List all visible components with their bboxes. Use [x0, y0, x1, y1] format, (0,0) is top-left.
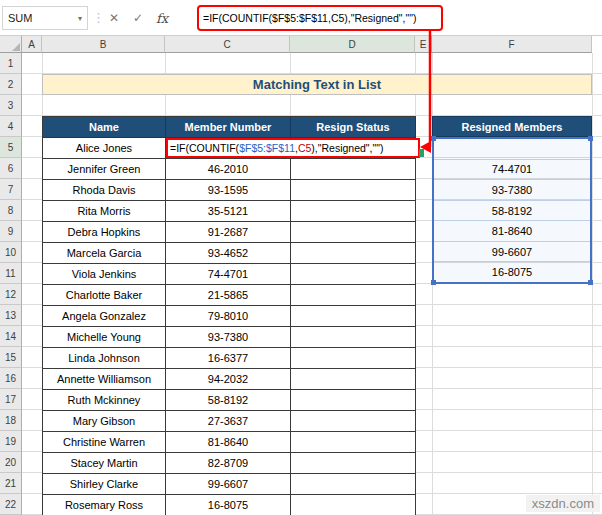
- row-header-10[interactable]: 10: [0, 242, 22, 263]
- cell-name[interactable]: Michelle Young: [43, 327, 166, 348]
- row-header-3[interactable]: 3: [0, 95, 22, 116]
- insert-function-icon[interactable]: fx: [152, 9, 172, 27]
- cell-name[interactable]: Rita Morris: [43, 201, 166, 222]
- cell-status[interactable]: [291, 390, 416, 411]
- cell-status[interactable]: [291, 474, 416, 495]
- column-header-C[interactable]: C: [165, 36, 290, 53]
- row-header-14[interactable]: 14: [0, 326, 22, 347]
- name-box[interactable]: SUM ▾: [2, 6, 88, 30]
- row-header-15[interactable]: 15: [0, 347, 22, 368]
- row-header-1[interactable]: 1: [0, 53, 22, 74]
- row-header-9[interactable]: 9: [0, 221, 22, 242]
- cell-status[interactable]: [291, 222, 416, 243]
- cell-member[interactable]: 81-8640: [166, 432, 291, 453]
- row-header-20[interactable]: 20: [0, 452, 22, 473]
- cell-member[interactable]: 82-8709: [166, 453, 291, 474]
- row-header-19[interactable]: 19: [0, 431, 22, 452]
- resigned-members-range[interactable]: 74-470193-738058-819281-864099-660716-80…: [432, 137, 592, 284]
- resigned-cell[interactable]: 16-8075: [434, 262, 590, 282]
- resigned-cell[interactable]: 81-8640: [434, 221, 590, 242]
- cell-status[interactable]: [291, 495, 416, 515]
- table-header-cell: Resign Status: [291, 117, 416, 138]
- cell-member[interactable]: 93-1595: [166, 180, 291, 201]
- select-all-button[interactable]: [0, 36, 22, 53]
- enter-icon[interactable]: ✓: [128, 9, 148, 27]
- cell-member[interactable]: 21-5865: [166, 285, 291, 306]
- row-header-13[interactable]: 13: [0, 305, 22, 326]
- cell-status[interactable]: [291, 348, 416, 369]
- cell-name[interactable]: Christine Warren: [43, 432, 166, 453]
- cell-status[interactable]: [291, 180, 416, 201]
- cell-name[interactable]: Angela Gonzalez: [43, 306, 166, 327]
- row-header-21[interactable]: 21: [0, 473, 22, 494]
- fill-handle[interactable]: [419, 149, 424, 157]
- cell-name[interactable]: Linda Johnson: [43, 348, 166, 369]
- cell-status[interactable]: [291, 285, 416, 306]
- column-header-F[interactable]: F: [432, 36, 592, 53]
- row-header-16[interactable]: 16: [0, 368, 22, 389]
- cell-name[interactable]: Rosemary Ross: [43, 495, 166, 515]
- cell-name[interactable]: Marcela Garcia: [43, 243, 166, 264]
- resigned-cell[interactable]: 99-6607: [434, 242, 590, 263]
- cell-member[interactable]: 91-2687: [166, 222, 291, 243]
- row-header-5[interactable]: 5: [0, 137, 22, 158]
- column-header-D[interactable]: D: [290, 36, 415, 53]
- cell-status[interactable]: [291, 243, 416, 264]
- cell-member[interactable]: 79-8010: [166, 306, 291, 327]
- cell-status[interactable]: [291, 327, 416, 348]
- cell-member[interactable]: 58-8192: [166, 390, 291, 411]
- column-header-A[interactable]: A: [22, 36, 42, 53]
- row-header-6[interactable]: 6: [0, 158, 22, 179]
- resigned-cell-empty[interactable]: [434, 139, 590, 160]
- cell-name[interactable]: Stacey Martin: [43, 453, 166, 474]
- resigned-cell[interactable]: 58-8192: [434, 201, 590, 222]
- cell-member[interactable]: 16-8075: [166, 495, 291, 515]
- cell-status[interactable]: [291, 159, 416, 180]
- row-header-8[interactable]: 8: [0, 200, 22, 221]
- cell-member[interactable]: 93-7380: [166, 327, 291, 348]
- cell-member[interactable]: 99-6607: [166, 474, 291, 495]
- cell-name[interactable]: Debra Hopkins: [43, 222, 166, 243]
- cell-name[interactable]: Annette Williamson: [43, 369, 166, 390]
- cell-name[interactable]: Jennifer Green: [43, 159, 166, 180]
- cell-name[interactable]: Alice Jones: [43, 138, 166, 159]
- cell-name[interactable]: Ruth Mckinney: [43, 390, 166, 411]
- cell-status[interactable]: [291, 306, 416, 327]
- cell-name[interactable]: Rhoda Davis: [43, 180, 166, 201]
- cell-member[interactable]: 46-2010: [166, 159, 291, 180]
- cell-name[interactable]: Mary Gibson: [43, 411, 166, 432]
- row-header-11[interactable]: 11: [0, 263, 22, 284]
- active-cell-formula[interactable]: =IF(COUNTIF($F$5:$F$11,C5),"Resigned",""…: [166, 138, 420, 158]
- row-header-12[interactable]: 12: [0, 284, 22, 305]
- cancel-icon[interactable]: ✕: [104, 9, 124, 27]
- cell-status[interactable]: [291, 432, 416, 453]
- cell-name[interactable]: Charlotte Baker: [43, 285, 166, 306]
- formula-input[interactable]: =IF(COUNTIF($F$5:$F$11,C5),"Resigned",""…: [197, 5, 443, 31]
- row-header-2[interactable]: 2: [0, 74, 22, 95]
- row-header-17[interactable]: 17: [0, 389, 22, 410]
- column-header-E[interactable]: E: [415, 36, 432, 53]
- cell-name[interactable]: Viola Jenkins: [43, 264, 166, 285]
- cell-member[interactable]: 35-5121: [166, 201, 291, 222]
- row-header-7[interactable]: 7: [0, 179, 22, 200]
- cell-status[interactable]: [291, 201, 416, 222]
- name-box-dropdown-icon[interactable]: ▾: [78, 14, 82, 23]
- row-header-22[interactable]: 22: [0, 494, 22, 515]
- cell-status[interactable]: [291, 411, 416, 432]
- sheet-title[interactable]: Matching Text in List: [42, 74, 592, 95]
- row-header-18[interactable]: 18: [0, 410, 22, 431]
- cell-status[interactable]: [291, 369, 416, 390]
- row-header-4[interactable]: 4: [0, 116, 22, 137]
- resigned-cell[interactable]: 93-7380: [434, 180, 590, 201]
- table-row: Shirley Clarke99-6607: [43, 474, 416, 495]
- cell-member[interactable]: 16-6377: [166, 348, 291, 369]
- cell-member[interactable]: 74-4701: [166, 264, 291, 285]
- column-header-B[interactable]: B: [42, 36, 165, 53]
- cell-member[interactable]: 93-4652: [166, 243, 291, 264]
- cell-status[interactable]: [291, 453, 416, 474]
- cell-name[interactable]: Shirley Clarke: [43, 474, 166, 495]
- cell-member[interactable]: 94-2032: [166, 369, 291, 390]
- cell-status[interactable]: [291, 264, 416, 285]
- cell-member[interactable]: 27-3637: [166, 411, 291, 432]
- resigned-cell[interactable]: 74-4701: [434, 160, 590, 181]
